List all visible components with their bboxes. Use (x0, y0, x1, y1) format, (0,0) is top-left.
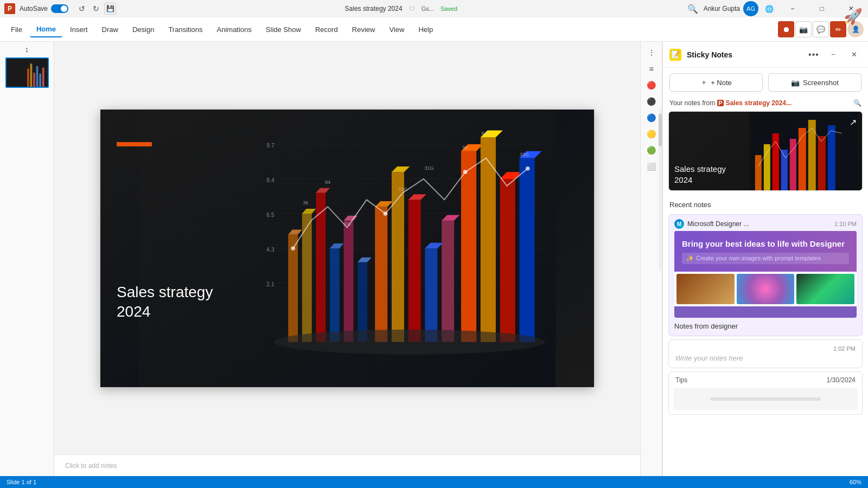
screenshot-card-title: Sales strategy 2024 (674, 164, 726, 185)
sticky-notes-minimize[interactable]: − (826, 47, 841, 62)
slide-number: 1 (25, 47, 29, 53)
minimize-button[interactable]: − (780, 0, 805, 17)
svg-text:33G: 33G (520, 151, 529, 157)
record-circle-button[interactable]: ⏺ (778, 21, 794, 37)
screenshot-card[interactable]: ↗ Sales strategy 2024 (668, 111, 863, 191)
user-area: Ankur Gupta AG (704, 1, 758, 16)
ribbon-tabs: File Home Insert Draw Design Transitions… (0, 17, 868, 41)
main-area: 1 (0, 42, 868, 476)
svg-point-47 (526, 166, 530, 170)
svg-rect-36 (461, 151, 476, 342)
title-bar: P AutoSave ↺ ↻ 💾 Sales strategy 2024 🛡 G… (0, 0, 868, 17)
text-note-card[interactable]: 1:02 PM Write your notes here (668, 339, 863, 368)
avatar[interactable]: AG (743, 1, 758, 16)
designer-img-1 (676, 274, 735, 304)
text-note-header: 1:02 PM (675, 345, 856, 352)
tips-bar (710, 397, 821, 401)
status-bar: Slide 1 of 1 60% (0, 476, 868, 488)
sidebar-icon-7[interactable]: 🟢 (644, 143, 659, 158)
tab-file[interactable]: File (4, 22, 29, 37)
globe-icon[interactable]: 🌐 (763, 2, 776, 15)
scrollbar-thumb[interactable] (659, 114, 662, 146)
tab-view[interactable]: View (382, 22, 411, 37)
screenshot-button-label: Screenshot (803, 79, 839, 87)
slide-thumbnail[interactable]: Sales strategy 2024 (5, 57, 49, 88)
chart-svg: 36 84 96 84G 33G 31G 33G 0% 9.7 8.4 (100, 110, 594, 387)
slides-and-canvas: 36 84 96 84G 33G 31G 33G 0% 9.7 8.4 (54, 42, 662, 476)
camera-button[interactable]: 📷 (795, 21, 812, 37)
designer-images (674, 272, 857, 306)
new-note-button[interactable]: ＋ + Note (669, 73, 763, 92)
sticky-notes-panel: 📝 Sticky Notes ••• − ✕ ＋ + Note 📷 Screen… (662, 42, 868, 476)
sidebar-icon-6[interactable]: 🟡 (644, 126, 659, 142)
saved-label: Saved (441, 5, 457, 12)
sticky-notes-title: Sticky Notes (687, 50, 802, 59)
from-label-area: Your notes from P Sales strategy 2024...… (663, 97, 868, 111)
sidebar-icon-8[interactable]: ⬜ (644, 159, 659, 174)
svg-rect-24 (358, 262, 367, 342)
autosave-toggle[interactable] (51, 4, 68, 13)
svg-text:9.7: 9.7 (266, 143, 275, 149)
screenshot-mini-chart (746, 112, 862, 190)
recent-notes-label: Recent notes (663, 196, 868, 211)
tab-draw[interactable]: Draw (95, 22, 125, 37)
tab-help[interactable]: Help (412, 22, 439, 37)
screenshot-button[interactable]: 📷 Screenshot (768, 73, 861, 92)
sidebar-icon-2[interactable]: ≡ (644, 61, 659, 76)
tips-card[interactable]: Tips 1/30/2024 (668, 371, 863, 415)
text-note-time: 1:02 PM (833, 345, 856, 352)
designer-source-icon: M (674, 219, 684, 229)
slide-title: Sales strategy 2024 (117, 282, 213, 322)
search-button[interactable]: 🔍 (686, 2, 699, 15)
designer-note-header: M Microsoft Designer ... 1:10 PM (669, 215, 862, 231)
svg-text:6.5: 6.5 (266, 212, 275, 218)
tab-transitions[interactable]: Transitions (162, 22, 209, 37)
search-icon[interactable]: 🔍 (853, 99, 861, 107)
tab-slideshow[interactable]: Slide Show (259, 22, 308, 37)
svg-rect-22 (344, 220, 354, 342)
slide-canvas-area[interactable]: 36 84 96 84G 33G 31G 33G 0% 9.7 8.4 (54, 42, 640, 454)
designer-banner-title: Bring your best ideas to life with Desig… (682, 239, 849, 249)
designer-note-card[interactable]: M Microsoft Designer ... 1:10 PM Bring y… (668, 214, 863, 336)
sticky-notes-actions: ＋ + Note 📷 Screenshot (663, 68, 868, 97)
slide-notes[interactable]: Click to add notes (54, 454, 640, 476)
ppt-main: 36 84 96 84G 33G 31G 33G 0% 9.7 8.4 (54, 42, 640, 476)
svg-rect-40 (500, 179, 515, 342)
sidebar-icon-3[interactable]: 🔴 (644, 78, 659, 93)
tips-header: Tips 1/30/2024 (669, 372, 862, 388)
tab-design[interactable]: Design (126, 22, 161, 37)
quick-save-button[interactable]: 💾 (104, 3, 116, 15)
svg-rect-70 (818, 136, 826, 190)
svg-text:84G: 84G (482, 131, 491, 136)
designer-sub-text-content: Create your own images with prompt templ… (696, 255, 821, 261)
comment-button[interactable]: 💬 (813, 21, 829, 37)
sticky-notes-more-button[interactable]: ••• (807, 48, 820, 61)
redo-button[interactable]: ↻ (90, 3, 102, 15)
designer-note-label: Notes from designer (669, 318, 862, 336)
sticky-notes-close[interactable]: ✕ (846, 47, 861, 62)
screenshot-preview: ↗ Sales strategy 2024 (669, 112, 862, 190)
sidebar-icon-1[interactable]: ⋮ (644, 45, 659, 60)
svg-text:8.4: 8.4 (266, 177, 275, 183)
tab-home[interactable]: Home (30, 22, 62, 37)
designer-sub-text: ✨ Create your own images with prompt tem… (682, 253, 849, 264)
svg-point-44 (291, 246, 295, 251)
svg-text:0%: 0% (344, 221, 351, 226)
tab-insert[interactable]: Insert (63, 22, 94, 37)
tips-preview (673, 388, 858, 410)
sidebar-icon-4[interactable]: ⚫ (644, 94, 659, 109)
tab-record[interactable]: Record (309, 22, 344, 37)
expand-icon[interactable]: ↗ (850, 117, 857, 127)
from-label-text: Your notes from (669, 99, 715, 107)
undo-button[interactable]: ↺ (76, 3, 88, 15)
screenshot-icon: 📷 (791, 79, 800, 87)
svg-text:2.1: 2.1 (266, 281, 275, 287)
slide-orange-bar (117, 142, 152, 146)
file-name: Sales strategy 2024 (345, 5, 403, 12)
maximize-button[interactable]: □ (809, 0, 834, 17)
status-text: Slide 1 of 1 (7, 479, 36, 485)
tab-review[interactable]: Review (346, 22, 382, 37)
tab-animations[interactable]: Animations (210, 22, 258, 37)
sidebar-icon-5[interactable]: 🔵 (644, 110, 659, 125)
tips-date: 1/30/2024 (827, 376, 856, 384)
